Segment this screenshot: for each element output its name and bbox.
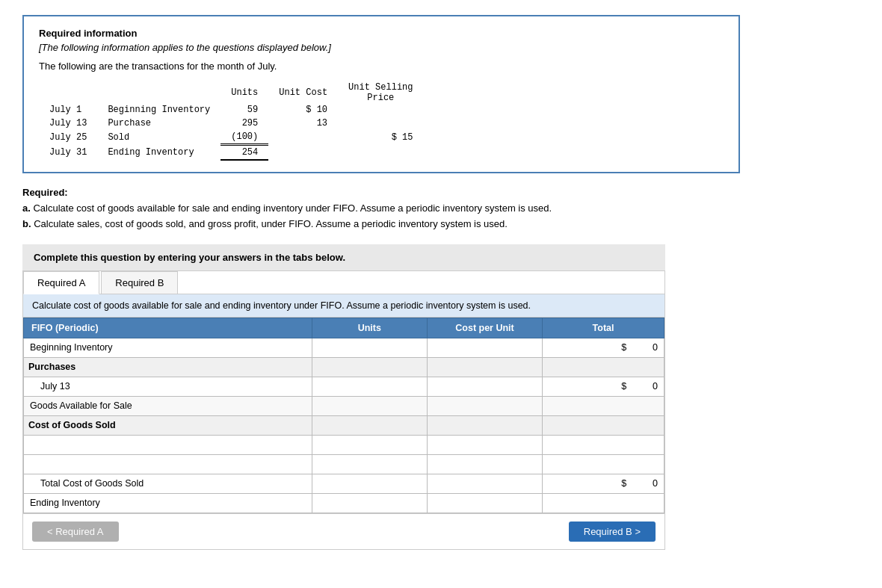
next-button[interactable]: Required B >	[569, 522, 656, 542]
table-row: July 25 Sold (100) $ 15	[46, 130, 424, 145]
required-title: Required:	[22, 187, 860, 198]
input-units-beginning-inventory[interactable]	[318, 342, 421, 353]
label-purchases: Purchases	[24, 357, 312, 377]
col-header-fifo: FIFO (Periodic)	[24, 318, 312, 338]
tabs-container: Required A Required B Calculate cost of …	[22, 270, 665, 550]
label-total-cogs: Total Cost of Goods Sold	[24, 474, 312, 493]
total-beginning-inventory: $ 0	[543, 338, 664, 357]
col-header-total: Total	[543, 318, 664, 338]
label-goods-available: Goods Available for Sale	[24, 396, 312, 415]
required-item-b: b. Calculate sales, cost of goods sold, …	[22, 217, 860, 232]
input-cogs-label2[interactable]	[30, 459, 306, 469]
input-cost-cogs1[interactable]	[434, 439, 536, 450]
col-header-units: Units	[312, 318, 427, 338]
cost-july13[interactable]	[427, 377, 542, 396]
input-cost-july13[interactable]	[434, 381, 536, 392]
units-beginning-inventory[interactable]	[312, 338, 427, 357]
fifo-table: FIFO (Periodic) Units Cost per Unit Tota…	[23, 318, 664, 513]
label-july13: July 13	[24, 377, 312, 396]
input-units-july13[interactable]	[318, 381, 421, 392]
tab-content-a: Calculate cost of goods available for sa…	[23, 294, 664, 549]
row-purchases-header: Purchases	[24, 357, 664, 377]
total-july13: $ 0	[543, 377, 664, 396]
units-july13[interactable]	[312, 377, 427, 396]
table-row: July 31 Ending Inventory 254	[46, 145, 424, 161]
prev-button[interactable]: < Required A	[32, 522, 119, 542]
nav-buttons: < Required A Required B >	[23, 513, 664, 549]
tab-required-a[interactable]: Required A	[23, 271, 99, 294]
input-cost-beginning-inventory[interactable]	[434, 342, 536, 353]
col-header-cost-per-unit: Cost per Unit	[427, 318, 542, 338]
input-units-goods-available[interactable]	[318, 400, 421, 411]
row-ending-inventory: Ending Inventory	[24, 493, 664, 513]
required-info-subtitle: [The following information applies to th…	[39, 42, 724, 53]
tab-a-description: Calculate cost of goods available for sa…	[23, 294, 664, 318]
row-total-cogs: Total Cost of Goods Sold $ 0	[24, 474, 664, 493]
required-info-intro: The following are the transactions for t…	[39, 61, 724, 72]
required-info-title: Required information	[39, 28, 724, 39]
label-cogs-row2[interactable]	[24, 454, 312, 474]
row-cogs-input-2	[24, 454, 664, 474]
required-item-a: a. Calculate cost of goods available for…	[22, 201, 860, 217]
input-units-cogs1[interactable]	[318, 439, 421, 450]
input-cost-cogs2[interactable]	[434, 459, 536, 469]
cost-beginning-inventory[interactable]	[427, 338, 542, 357]
input-cogs-label1[interactable]	[30, 439, 306, 450]
label-ending-inventory: Ending Inventory	[24, 493, 312, 513]
table-row: July 13 Purchase 295 13	[46, 117, 424, 130]
row-beginning-inventory: Beginning Inventory $ 0	[24, 338, 664, 357]
row-goods-available: Goods Available for Sale	[24, 396, 664, 415]
complete-banner: Complete this question by entering your …	[22, 244, 665, 270]
transaction-table: Units Unit Cost Unit SellingPrice July 1…	[46, 81, 424, 161]
total-cogs-value: $ 0	[543, 474, 664, 493]
row-cogs-header: Cost of Goods Sold	[24, 415, 664, 435]
tab-required-b[interactable]: Required B	[101, 271, 178, 294]
input-cost-ending[interactable]	[434, 498, 536, 508]
required-section: Required: a. Calculate cost of goods ava…	[22, 187, 860, 232]
tabs-header: Required A Required B	[23, 271, 664, 294]
row-july13: July 13 $ 0	[24, 377, 664, 396]
label-cogs-row1[interactable]	[24, 435, 312, 454]
label-cogs: Cost of Goods Sold	[24, 415, 312, 435]
table-row: July 1 Beginning Inventory 59 $ 10	[46, 103, 424, 117]
label-beginning-inventory: Beginning Inventory	[24, 338, 312, 357]
required-info-box: Required information [The following info…	[22, 15, 740, 173]
row-cogs-input-1	[24, 435, 664, 454]
input-units-cogs2[interactable]	[318, 459, 421, 469]
